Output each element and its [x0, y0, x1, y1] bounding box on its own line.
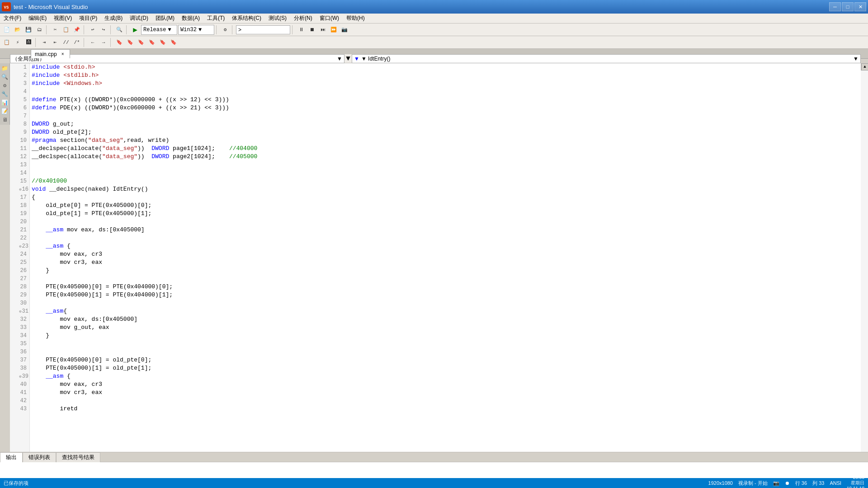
bkmark-btn2[interactable]: 🔖	[125, 38, 135, 47]
menu-build[interactable]: 生成(B)	[101, 14, 126, 23]
nav-fwd-btn[interactable]: →	[99, 38, 108, 47]
menu-arch[interactable]: 体系结构(C)	[228, 14, 265, 23]
code-line-27	[32, 275, 861, 283]
code-line-26: }	[32, 267, 861, 275]
line-num-16: ⊖16	[10, 185, 29, 193]
line-num-21: 21	[10, 226, 29, 234]
maximize-button[interactable]: □	[842, 2, 854, 11]
code-area[interactable]: #include <stdio.h> #include <stdlib.h> #…	[30, 63, 861, 452]
build-btn[interactable]: ⚙	[220, 25, 230, 35]
sidebar-icon-7[interactable]: 🖥	[1, 116, 9, 124]
config-arrow: ▼	[168, 27, 171, 33]
bkmark-btn6[interactable]: 🔖	[169, 38, 179, 47]
bkmark-btn3[interactable]: 🔖	[136, 38, 146, 47]
menu-view[interactable]: 视图(V)	[50, 14, 75, 23]
menu-data[interactable]: 数据(A)	[178, 14, 203, 23]
nav-back-btn[interactable]: ←	[88, 38, 98, 47]
platform-arrow: ▼	[198, 27, 202, 33]
debug-btn5[interactable]: 📷	[340, 25, 349, 35]
debug-btn1[interactable]: ⏸	[296, 25, 306, 35]
save-button[interactable]: 💾	[24, 25, 33, 35]
config-label: Release	[143, 27, 166, 33]
line-num-9: 9	[10, 128, 29, 136]
comment-btn1[interactable]: //	[61, 38, 71, 47]
bkmark-btn5[interactable]: 🔖	[158, 38, 168, 47]
status-saved-text: 已保存的项	[4, 480, 28, 487]
code-line-21: __asm mov eax, ds:[0x405000]	[32, 226, 861, 234]
tb2-btn1[interactable]: 📋	[2, 38, 12, 47]
close-button[interactable]: ✕	[854, 2, 866, 11]
sidebar-icon-3[interactable]: ⚙	[1, 81, 9, 89]
indent-btn1[interactable]: ⇥	[39, 38, 49, 47]
scroll-track[interactable]	[861, 70, 868, 454]
config-dropdown[interactable]: Release ▼	[141, 25, 177, 35]
sidebar-icon-1[interactable]: 📁	[1, 64, 9, 72]
menu-project[interactable]: 项目(P)	[75, 14, 101, 23]
tb2-sep1	[35, 38, 38, 47]
sidebar-icon-6[interactable]: 📝	[1, 107, 9, 115]
new-button[interactable]: 📄	[2, 25, 12, 35]
copy-button[interactable]: 📋	[61, 25, 71, 35]
menu-debug[interactable]: 调试(D)	[126, 14, 152, 23]
bottom-tab-output[interactable]: 输出	[0, 452, 23, 462]
screen-capture-text: 视录制 - 开始	[738, 480, 768, 487]
code-line-32: mov eax, ds:[0x405000]	[32, 315, 861, 324]
indent-btn2[interactable]: ⇤	[50, 38, 60, 47]
open-button[interactable]: 📂	[13, 25, 23, 35]
undo-button[interactable]: ↩	[88, 25, 98, 35]
tb2-btn3[interactable]: 🅰	[24, 38, 33, 47]
sidebar-icon-5[interactable]: 📊	[1, 99, 9, 107]
cut-button[interactable]: ✂	[50, 25, 60, 35]
bkmark-btn4[interactable]: 🔖	[147, 38, 157, 47]
time-text: 20:35	[847, 475, 864, 480]
scroll-up-button[interactable]: ▲	[861, 63, 868, 70]
member-arrow: ▼	[853, 56, 859, 62]
bottom-tab-errors[interactable]: 错误列表	[23, 452, 56, 462]
menu-edit[interactable]: 编辑(E)	[25, 14, 50, 23]
save-all-button[interactable]: 🗂	[34, 25, 44, 35]
line-num-34: 34	[10, 332, 29, 340]
nav-bars: （全局范围） ▼ ▼ ▼ ▼ IdtEntry() ▼	[10, 54, 861, 63]
menu-test[interactable]: 测试(S)	[265, 14, 290, 23]
menu-window[interactable]: 窗口(W)	[316, 14, 343, 23]
debug-btn2[interactable]: ⏹	[307, 25, 317, 35]
run-button[interactable]: ▶	[130, 25, 140, 35]
minimize-button[interactable]: ─	[829, 2, 841, 11]
debug-btn3[interactable]: ⏭	[318, 25, 328, 35]
code-line-37: PTE(0x405000)[0] = old_pte[0];	[32, 356, 861, 364]
tb2-btn2[interactable]: ⚡	[13, 38, 23, 47]
paste-button[interactable]: 📌	[72, 25, 82, 35]
code-line-15: //0x401000	[32, 177, 861, 185]
menu-analyze[interactable]: 分析(N)	[290, 14, 316, 23]
line-num-39: ⊖39	[10, 372, 29, 380]
scope-arrow: ▼	[337, 56, 342, 62]
menu-team[interactable]: 团队(M)	[152, 14, 178, 23]
separator7	[292, 25, 294, 34]
line-num-15: 15	[10, 177, 29, 185]
tab-close-button[interactable]: ×	[60, 51, 66, 57]
line-num-7: 7	[10, 112, 29, 120]
code-line-30	[32, 299, 861, 307]
bottom-tab-find[interactable]: 查找符号结果	[56, 452, 100, 462]
sidebar-icon-4[interactable]: 🔧	[1, 90, 9, 98]
code-line-18: old_pte[0] = PTE(0x405000)[0];	[32, 202, 861, 210]
find-button[interactable]: 🔍	[114, 25, 124, 35]
menu-file[interactable]: 文件(F)	[0, 14, 25, 23]
menu-help[interactable]: 帮助(H)	[343, 14, 368, 23]
sidebar-icon-2[interactable]: 🔍	[1, 73, 9, 81]
code-line-39: __asm {	[32, 372, 861, 380]
code-line-42	[32, 397, 861, 405]
bkmark-btn1[interactable]: 🔖	[114, 38, 124, 47]
tab-label: main.cpp	[35, 51, 57, 57]
platform-dropdown[interactable]: Win32 ▼	[178, 25, 214, 35]
member-dropdown[interactable]: ▼ ▼ IdtEntry() ▼	[352, 54, 861, 63]
right-scrollbar[interactable]: ▲ ▼	[861, 63, 868, 461]
command-input[interactable]	[236, 25, 290, 34]
debug-btn4[interactable]: ⏩	[329, 25, 339, 35]
comment-btn2[interactable]: /*	[72, 38, 82, 47]
code-line-11: __declspec(allocate("data_seg")) DWORD p…	[32, 145, 861, 153]
menu-tools[interactable]: 工具(T)	[203, 14, 228, 23]
tab-main-cpp[interactable]: main.cpp ×	[31, 49, 70, 58]
code-line-3: #include <Windows.h>	[32, 80, 861, 88]
redo-button[interactable]: ↪	[99, 25, 108, 35]
